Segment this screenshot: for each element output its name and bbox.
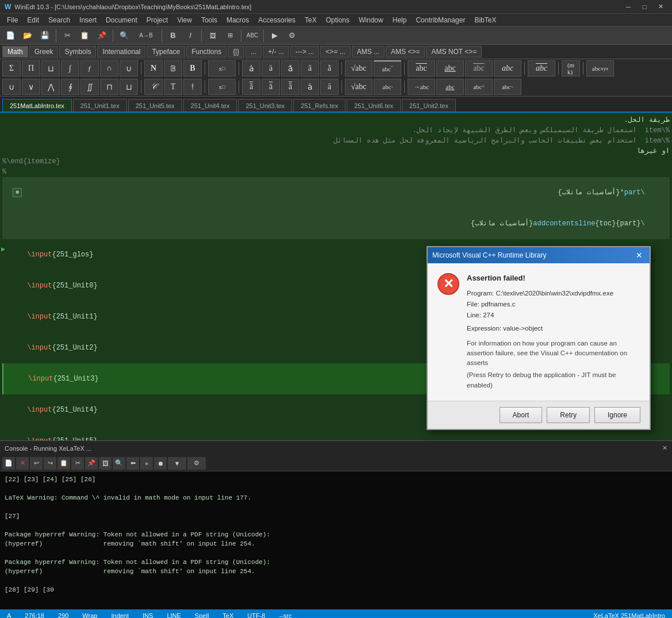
menu-insert[interactable]: Insert bbox=[75, 15, 101, 25]
menu-help[interactable]: Help bbox=[388, 15, 412, 25]
tb-paste[interactable]: 📌 bbox=[94, 28, 110, 43]
sym-pi[interactable]: Π bbox=[22, 60, 40, 76]
menu-bibtex[interactable]: BibTeX bbox=[470, 15, 501, 25]
sym-ahat[interactable]: â bbox=[301, 60, 319, 76]
sym-underline-abc[interactable]: abc bbox=[436, 60, 464, 76]
sym-sqrt2[interactable]: √abc bbox=[345, 79, 373, 95]
tab-compare[interactable]: <>= ... bbox=[320, 46, 350, 57]
sym-adot2[interactable]: ȧ bbox=[301, 79, 319, 95]
tab-251Unit3[interactable]: 251_Unit3.tex bbox=[238, 99, 292, 112]
menu-window[interactable]: Window bbox=[354, 15, 388, 25]
close-button[interactable]: ✕ bbox=[654, 2, 667, 12]
menu-edit[interactable]: Edit bbox=[22, 15, 44, 25]
menu-document[interactable]: Document bbox=[101, 15, 142, 25]
tab-dots[interactable]: ... bbox=[245, 46, 262, 57]
tab-international[interactable]: International bbox=[97, 46, 145, 57]
ctb-extra[interactable]: ⚙ bbox=[187, 457, 206, 470]
status-spell[interactable]: Spell bbox=[193, 612, 211, 618]
abort-button[interactable]: Abort bbox=[500, 407, 543, 423]
menu-project[interactable]: Project bbox=[142, 15, 172, 25]
sym-sqrt[interactable]: √abc bbox=[345, 60, 373, 76]
tb-table[interactable]: ⊞ bbox=[222, 28, 238, 43]
sym-frak-f[interactable]: 𝔣 bbox=[183, 79, 202, 95]
sym-abar2[interactable]: ā bbox=[262, 79, 280, 95]
ctb-undo[interactable]: ↩ bbox=[30, 457, 43, 470]
tab-braces[interactable]: {|} bbox=[228, 46, 244, 57]
sym-sqcap[interactable]: ⊓ bbox=[100, 79, 118, 95]
tb-copy[interactable]: 📋 bbox=[76, 28, 93, 43]
sym-vee[interactable]: ∨ bbox=[22, 79, 40, 95]
sym-sum[interactable]: Σ bbox=[2, 60, 21, 76]
menu-macros[interactable]: Macros bbox=[222, 15, 254, 25]
tab-251Unit2[interactable]: 251_Unit2.tex bbox=[402, 99, 456, 112]
sym-underline2-abc[interactable]: abc bbox=[494, 60, 521, 76]
minimize-button[interactable]: ─ bbox=[621, 2, 635, 12]
tb-spell[interactable]: ABC bbox=[244, 28, 260, 43]
ctb-copy2[interactable]: 📋 bbox=[57, 457, 70, 470]
ctb-circle[interactable]: ● bbox=[140, 457, 153, 470]
sym-xpow[interactable]: x□ bbox=[208, 60, 236, 76]
tb-bold[interactable]: B bbox=[165, 28, 181, 43]
tab-arrows[interactable]: ---> ... bbox=[290, 46, 319, 57]
tab-functions[interactable]: Functions bbox=[186, 46, 226, 57]
tab-251Unit4[interactable]: 251_Unit4.tex bbox=[183, 99, 237, 112]
retry-button[interactable]: Retry bbox=[547, 407, 590, 423]
sym-overarrow[interactable]: →abc bbox=[408, 79, 435, 95]
sym-binom[interactable]: (mk) bbox=[562, 60, 580, 76]
sym-integral[interactable]: ∫ bbox=[61, 60, 79, 76]
fold-button[interactable]: ■ bbox=[13, 188, 22, 197]
tab-251Unit6[interactable]: 251_Unit6.tex bbox=[347, 99, 401, 112]
ctb-paste2[interactable]: 📌 bbox=[85, 457, 98, 470]
sym-rm-N[interactable]: N bbox=[144, 60, 163, 76]
menu-contribmanager[interactable]: ContribManager bbox=[411, 15, 470, 25]
sym-wedge-big[interactable]: ⋀ bbox=[41, 79, 60, 95]
status-indent[interactable]: Indent bbox=[109, 612, 131, 618]
sym-ovline-abc[interactable]: abc bbox=[528, 60, 555, 76]
sym-cup[interactable]: ∪ bbox=[120, 60, 138, 76]
tb-open[interactable]: 📂 bbox=[20, 28, 36, 43]
sym-xsub[interactable]: x□ bbox=[208, 79, 236, 95]
sym-overline2-abc[interactable]: abc bbox=[465, 60, 493, 76]
maximize-button[interactable]: □ bbox=[638, 2, 651, 12]
sym-frac[interactable]: abc bbox=[374, 79, 401, 95]
ctb-new[interactable]: 📄 bbox=[2, 457, 15, 470]
ctb-redo[interactable]: ↪ bbox=[44, 457, 56, 470]
sym-abar1[interactable]: ã bbox=[242, 79, 260, 95]
sym-acheck[interactable]: ǎ bbox=[281, 60, 299, 76]
sym-rm-T[interactable]: T bbox=[164, 79, 182, 95]
sym-cal-C[interactable]: 𝒞 bbox=[144, 79, 163, 95]
tab-251Unit1[interactable]: 251_Unit1.tex bbox=[73, 99, 127, 112]
sym-adot[interactable]: ȧ bbox=[242, 60, 260, 76]
tb-cut[interactable]: ✂ bbox=[59, 28, 75, 43]
menu-file[interactable]: File bbox=[2, 15, 22, 25]
console-close[interactable]: ✕ bbox=[662, 444, 667, 452]
sym-sqrtfrac[interactable]: abc‾ bbox=[374, 60, 401, 76]
ctb-more[interactable]: ▼ bbox=[168, 457, 186, 470]
tab-251MatLabIntro[interactable]: 251MatLabIntro.tex bbox=[2, 99, 72, 112]
tab-ams-compare[interactable]: AMS <>= bbox=[386, 46, 425, 57]
tab-math[interactable]: Math bbox=[2, 46, 28, 57]
menu-options[interactable]: Options bbox=[321, 15, 354, 25]
ctb-cut2[interactable]: ✂ bbox=[71, 457, 84, 470]
ctb-back[interactable]: ⬅ bbox=[126, 457, 139, 470]
tab-ams-not[interactable]: AMS NOT <>= bbox=[426, 46, 482, 57]
sym-union[interactable]: ∪ bbox=[2, 79, 21, 95]
sym-cupsize[interactable]: ⊔ bbox=[41, 60, 60, 76]
menu-tex[interactable]: TeX bbox=[300, 15, 321, 25]
tb-img[interactable]: 🖼 bbox=[205, 28, 221, 43]
sym-addot[interactable]: ä bbox=[262, 60, 280, 76]
sym-abc-under[interactable]: abcxyz bbox=[586, 60, 614, 76]
sym-widehat[interactable]: abc^ bbox=[465, 79, 493, 95]
dialog-close-button[interactable]: ✕ bbox=[633, 249, 645, 261]
status-wrap[interactable]: Wrap bbox=[80, 612, 99, 618]
ctb-img2[interactable]: 🖼 bbox=[99, 457, 112, 470]
menu-accessories[interactable]: Accessories bbox=[254, 15, 300, 25]
ignore-button[interactable]: Ignore bbox=[594, 407, 640, 423]
sym-overline-abc[interactable]: abc bbox=[408, 60, 435, 76]
gutter-arrow[interactable]: ▶ bbox=[1, 245, 9, 253]
menu-tools[interactable]: Tools bbox=[197, 15, 222, 25]
tb-italic[interactable]: I bbox=[182, 28, 198, 43]
sym-addot2[interactable]: ä bbox=[320, 79, 339, 95]
sym-iint[interactable]: ∬ bbox=[80, 79, 99, 95]
console-area[interactable]: [22] [23] [24] [25] [26] LaTeX Warning: … bbox=[0, 471, 672, 609]
